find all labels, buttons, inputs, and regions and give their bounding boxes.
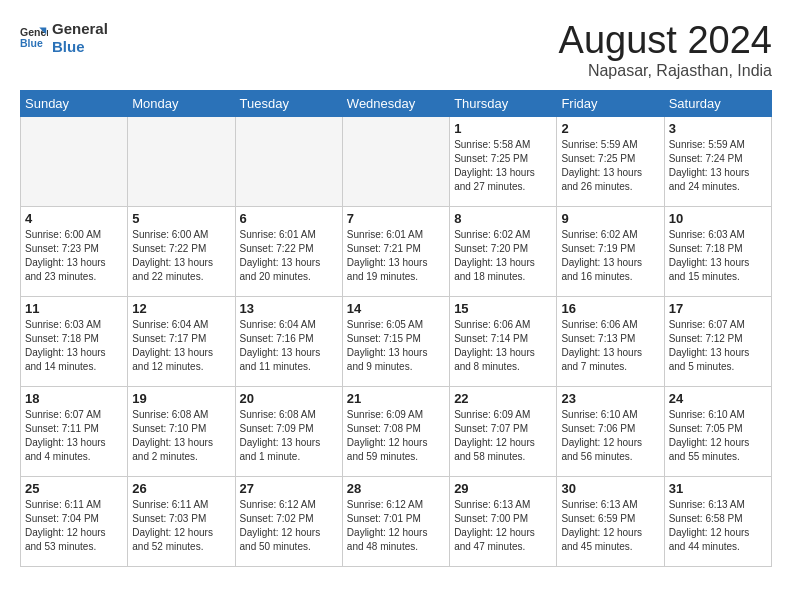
day-number: 3	[669, 121, 767, 136]
day-info: Sunrise: 6:11 AMSunset: 7:03 PMDaylight:…	[132, 498, 230, 554]
calendar-cell: 17Sunrise: 6:07 AMSunset: 7:12 PMDayligh…	[664, 296, 771, 386]
calendar-cell: 25Sunrise: 6:11 AMSunset: 7:04 PMDayligh…	[21, 476, 128, 566]
calendar-cell: 12Sunrise: 6:04 AMSunset: 7:17 PMDayligh…	[128, 296, 235, 386]
day-number: 5	[132, 211, 230, 226]
day-info: Sunrise: 6:12 AMSunset: 7:01 PMDaylight:…	[347, 498, 445, 554]
col-tuesday: Tuesday	[235, 90, 342, 116]
day-number: 12	[132, 301, 230, 316]
day-info: Sunrise: 5:58 AMSunset: 7:25 PMDaylight:…	[454, 138, 552, 194]
day-number: 22	[454, 391, 552, 406]
day-number: 24	[669, 391, 767, 406]
week-row-4: 18Sunrise: 6:07 AMSunset: 7:11 PMDayligh…	[21, 386, 772, 476]
calendar-cell: 11Sunrise: 6:03 AMSunset: 7:18 PMDayligh…	[21, 296, 128, 386]
svg-text:Blue: Blue	[20, 37, 43, 49]
day-info: Sunrise: 6:03 AMSunset: 7:18 PMDaylight:…	[25, 318, 123, 374]
col-sunday: Sunday	[21, 90, 128, 116]
calendar-cell: 27Sunrise: 6:12 AMSunset: 7:02 PMDayligh…	[235, 476, 342, 566]
main-title: August 2024	[559, 20, 772, 62]
calendar-cell: 9Sunrise: 6:02 AMSunset: 7:19 PMDaylight…	[557, 206, 664, 296]
day-number: 14	[347, 301, 445, 316]
week-row-5: 25Sunrise: 6:11 AMSunset: 7:04 PMDayligh…	[21, 476, 772, 566]
day-number: 8	[454, 211, 552, 226]
day-number: 16	[561, 301, 659, 316]
page-header: General Blue General Blue August 2024 Na…	[20, 20, 772, 80]
day-number: 11	[25, 301, 123, 316]
day-number: 29	[454, 481, 552, 496]
day-number: 18	[25, 391, 123, 406]
day-number: 9	[561, 211, 659, 226]
day-info: Sunrise: 6:10 AMSunset: 7:05 PMDaylight:…	[669, 408, 767, 464]
day-number: 21	[347, 391, 445, 406]
calendar-cell: 23Sunrise: 6:10 AMSunset: 7:06 PMDayligh…	[557, 386, 664, 476]
calendar-cell: 7Sunrise: 6:01 AMSunset: 7:21 PMDaylight…	[342, 206, 449, 296]
day-info: Sunrise: 6:12 AMSunset: 7:02 PMDaylight:…	[240, 498, 338, 554]
day-number: 17	[669, 301, 767, 316]
day-info: Sunrise: 6:02 AMSunset: 7:19 PMDaylight:…	[561, 228, 659, 284]
day-number: 2	[561, 121, 659, 136]
calendar-cell: 20Sunrise: 6:08 AMSunset: 7:09 PMDayligh…	[235, 386, 342, 476]
calendar-cell: 15Sunrise: 6:06 AMSunset: 7:14 PMDayligh…	[450, 296, 557, 386]
calendar-cell: 13Sunrise: 6:04 AMSunset: 7:16 PMDayligh…	[235, 296, 342, 386]
day-number: 30	[561, 481, 659, 496]
day-info: Sunrise: 6:09 AMSunset: 7:07 PMDaylight:…	[454, 408, 552, 464]
day-number: 10	[669, 211, 767, 226]
subtitle: Napasar, Rajasthan, India	[559, 62, 772, 80]
calendar-cell: 2Sunrise: 5:59 AMSunset: 7:25 PMDaylight…	[557, 116, 664, 206]
calendar-cell	[128, 116, 235, 206]
calendar-cell: 6Sunrise: 6:01 AMSunset: 7:22 PMDaylight…	[235, 206, 342, 296]
calendar-cell: 30Sunrise: 6:13 AMSunset: 6:59 PMDayligh…	[557, 476, 664, 566]
day-info: Sunrise: 6:00 AMSunset: 7:23 PMDaylight:…	[25, 228, 123, 284]
col-monday: Monday	[128, 90, 235, 116]
day-info: Sunrise: 6:13 AMSunset: 6:58 PMDaylight:…	[669, 498, 767, 554]
calendar-cell	[235, 116, 342, 206]
col-wednesday: Wednesday	[342, 90, 449, 116]
col-thursday: Thursday	[450, 90, 557, 116]
day-number: 31	[669, 481, 767, 496]
calendar-header-row: Sunday Monday Tuesday Wednesday Thursday…	[21, 90, 772, 116]
day-number: 27	[240, 481, 338, 496]
logo-icon: General Blue	[20, 24, 48, 52]
logo-text-blue: Blue	[52, 38, 108, 56]
day-info: Sunrise: 6:13 AMSunset: 6:59 PMDaylight:…	[561, 498, 659, 554]
day-number: 23	[561, 391, 659, 406]
calendar-cell: 29Sunrise: 6:13 AMSunset: 7:00 PMDayligh…	[450, 476, 557, 566]
week-row-2: 4Sunrise: 6:00 AMSunset: 7:23 PMDaylight…	[21, 206, 772, 296]
calendar-cell: 1Sunrise: 5:58 AMSunset: 7:25 PMDaylight…	[450, 116, 557, 206]
day-number: 15	[454, 301, 552, 316]
calendar-cell: 5Sunrise: 6:00 AMSunset: 7:22 PMDaylight…	[128, 206, 235, 296]
day-info: Sunrise: 6:11 AMSunset: 7:04 PMDaylight:…	[25, 498, 123, 554]
day-number: 26	[132, 481, 230, 496]
day-number: 20	[240, 391, 338, 406]
day-info: Sunrise: 5:59 AMSunset: 7:24 PMDaylight:…	[669, 138, 767, 194]
day-info: Sunrise: 6:01 AMSunset: 7:22 PMDaylight:…	[240, 228, 338, 284]
calendar-cell: 26Sunrise: 6:11 AMSunset: 7:03 PMDayligh…	[128, 476, 235, 566]
day-info: Sunrise: 6:10 AMSunset: 7:06 PMDaylight:…	[561, 408, 659, 464]
calendar-cell: 10Sunrise: 6:03 AMSunset: 7:18 PMDayligh…	[664, 206, 771, 296]
day-info: Sunrise: 6:01 AMSunset: 7:21 PMDaylight:…	[347, 228, 445, 284]
day-info: Sunrise: 6:09 AMSunset: 7:08 PMDaylight:…	[347, 408, 445, 464]
logo: General Blue General Blue	[20, 20, 108, 56]
calendar-cell: 3Sunrise: 5:59 AMSunset: 7:24 PMDaylight…	[664, 116, 771, 206]
day-info: Sunrise: 6:04 AMSunset: 7:17 PMDaylight:…	[132, 318, 230, 374]
calendar-cell: 24Sunrise: 6:10 AMSunset: 7:05 PMDayligh…	[664, 386, 771, 476]
day-number: 6	[240, 211, 338, 226]
calendar-cell: 4Sunrise: 6:00 AMSunset: 7:23 PMDaylight…	[21, 206, 128, 296]
day-info: Sunrise: 5:59 AMSunset: 7:25 PMDaylight:…	[561, 138, 659, 194]
day-info: Sunrise: 6:07 AMSunset: 7:12 PMDaylight:…	[669, 318, 767, 374]
day-number: 1	[454, 121, 552, 136]
logo-text-general: General	[52, 20, 108, 38]
calendar-cell: 14Sunrise: 6:05 AMSunset: 7:15 PMDayligh…	[342, 296, 449, 386]
day-info: Sunrise: 6:08 AMSunset: 7:09 PMDaylight:…	[240, 408, 338, 464]
day-info: Sunrise: 6:08 AMSunset: 7:10 PMDaylight:…	[132, 408, 230, 464]
day-info: Sunrise: 6:02 AMSunset: 7:20 PMDaylight:…	[454, 228, 552, 284]
calendar-cell	[21, 116, 128, 206]
calendar-table: Sunday Monday Tuesday Wednesday Thursday…	[20, 90, 772, 567]
col-friday: Friday	[557, 90, 664, 116]
calendar-cell: 28Sunrise: 6:12 AMSunset: 7:01 PMDayligh…	[342, 476, 449, 566]
calendar-cell: 8Sunrise: 6:02 AMSunset: 7:20 PMDaylight…	[450, 206, 557, 296]
day-info: Sunrise: 6:06 AMSunset: 7:13 PMDaylight:…	[561, 318, 659, 374]
col-saturday: Saturday	[664, 90, 771, 116]
day-info: Sunrise: 6:04 AMSunset: 7:16 PMDaylight:…	[240, 318, 338, 374]
day-info: Sunrise: 6:07 AMSunset: 7:11 PMDaylight:…	[25, 408, 123, 464]
calendar-cell: 19Sunrise: 6:08 AMSunset: 7:10 PMDayligh…	[128, 386, 235, 476]
